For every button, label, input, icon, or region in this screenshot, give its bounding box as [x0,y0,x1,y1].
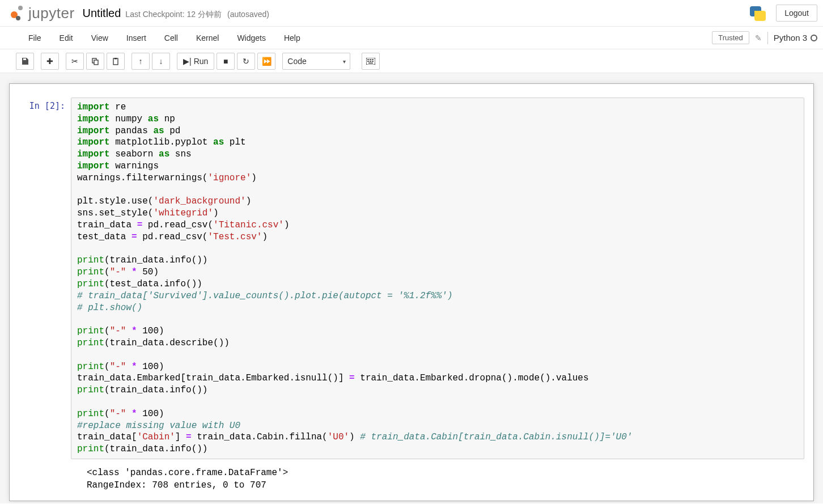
toolbar: ✚ ✂ ↑ ↓ ▶|Run ■ ↻ ⏩ Code [0,49,823,73]
svg-rect-11 [368,62,373,63]
input-prompt: In [2]: [19,98,71,459]
autosave-status: (autosaved) [227,10,269,19]
run-label: Run [194,57,209,66]
menu-cell[interactable]: Cell [155,28,187,48]
svg-rect-1 [94,60,98,65]
jupyter-logo[interactable]: jupyter [8,5,75,22]
notebook-title[interactable]: Untitled [83,7,121,20]
restart-button[interactable]: ↻ [237,53,255,70]
code-content[interactable]: import re import numpy as np import pand… [77,101,798,455]
menu-widgets[interactable]: Widgets [228,28,275,48]
run-icon: ▶| [183,57,192,66]
cell-type-select[interactable]: Code [282,53,350,70]
trusted-indicator[interactable]: Trusted [712,31,749,44]
svg-rect-3 [114,58,117,60]
menu-insert[interactable]: Insert [117,28,155,48]
jupyter-logo-text: jupyter [28,5,75,22]
output-text: <class 'pandas.core.frame.DataFrame'> Ra… [71,463,804,492]
menubar: File Edit View Insert Cell Kernel Widget… [0,27,823,49]
svg-rect-7 [372,59,374,60]
move-down-button[interactable]: ↓ [152,53,170,70]
move-up-button[interactable]: ↑ [131,53,150,70]
output-prompt [19,463,71,492]
command-palette-button[interactable] [362,53,380,70]
notebook-scroll-area[interactable]: In [2]: import re import numpy as np imp… [0,73,823,503]
insert-cell-button[interactable]: ✚ [41,53,59,70]
notebook-header: jupyter Untitled Last Checkpoint: 12 分钟前… [0,0,823,27]
svg-rect-2 [113,58,118,65]
menu-help[interactable]: Help [275,28,309,48]
cut-button[interactable]: ✂ [66,53,84,70]
copy-button[interactable] [86,53,104,70]
logout-button[interactable]: Logout [776,5,817,22]
output-cell: <class 'pandas.core.frame.DataFrame'> Ra… [19,463,804,492]
interrupt-button[interactable]: ■ [217,53,235,70]
save-button[interactable] [16,53,34,70]
code-cell[interactable]: In [2]: import re import numpy as np imp… [19,98,804,459]
menu-kernel[interactable]: Kernel [187,28,228,48]
svg-rect-10 [372,61,374,62]
menu-view[interactable]: View [82,28,117,48]
kernel-status-icon [811,35,817,41]
kernel-name[interactable]: Python 3 [774,33,807,43]
svg-rect-8 [367,61,369,62]
svg-rect-5 [367,59,369,60]
menu-edit[interactable]: Edit [50,28,82,48]
menu-file[interactable]: File [19,28,50,48]
svg-rect-9 [370,61,371,62]
notebook-container: In [2]: import re import numpy as np imp… [9,83,814,501]
edit-icon[interactable]: ✎ [755,33,762,43]
run-button[interactable]: ▶|Run [177,53,214,70]
svg-rect-6 [370,59,371,60]
restart-run-all-button[interactable]: ⏩ [257,53,275,70]
checkpoint-info: Last Checkpoint: 12 分钟前 [125,10,222,20]
title-area: Untitled Last Checkpoint: 12 分钟前 (autosa… [83,7,269,20]
divider [767,32,768,44]
python-logo-icon [748,3,767,23]
paste-button[interactable] [107,53,125,70]
code-input-area[interactable]: import re import numpy as np import pand… [71,98,804,459]
jupyter-logo-icon [8,5,25,22]
